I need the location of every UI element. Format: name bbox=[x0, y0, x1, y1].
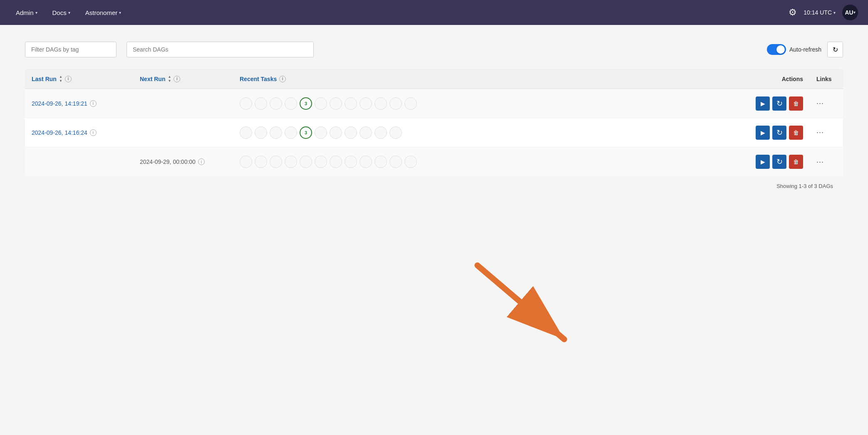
th-recent-tasks: Recent Tasks i bbox=[233, 75, 735, 83]
task-circle[interactable] bbox=[255, 126, 267, 139]
task-circle[interactable] bbox=[345, 156, 357, 168]
task-circles-1: 3 bbox=[240, 97, 417, 110]
links-cell-3: ··· bbox=[810, 158, 843, 166]
th-links: Links bbox=[810, 75, 843, 83]
next-run-sort[interactable]: ▲▼ bbox=[168, 75, 171, 83]
dag-table: Last Run ▲▼ i Next Run ▲▼ i Recent Tasks… bbox=[25, 69, 843, 176]
admin-chevron-icon: ▾ bbox=[35, 10, 37, 15]
next-run-cell-3: 2024-09-29, 00:00:00 i bbox=[133, 158, 233, 165]
action-buttons-2: ▶ ↻ 🗑 bbox=[735, 126, 810, 140]
task-circle[interactable] bbox=[404, 97, 417, 110]
task-circle[interactable] bbox=[330, 97, 342, 110]
play-button-1[interactable]: ▶ bbox=[756, 96, 770, 111]
task-circle[interactable] bbox=[345, 97, 357, 110]
task-circle[interactable] bbox=[330, 126, 342, 139]
th-next-run: Next Run ▲▼ i bbox=[133, 75, 233, 83]
nav-docs-label: Docs bbox=[52, 9, 67, 16]
next-run-header-label: Next Run bbox=[140, 76, 165, 82]
avatar[interactable]: AU ▾ bbox=[842, 5, 858, 20]
task-circle[interactable] bbox=[360, 156, 372, 168]
more-button-2[interactable]: ··· bbox=[816, 128, 824, 137]
task-circle[interactable] bbox=[270, 97, 282, 110]
last-run-info-icon[interactable]: i bbox=[65, 76, 72, 82]
last-run-header-label: Last Run bbox=[32, 76, 57, 82]
last-run-date-1: 2024-09-26, 14:19:21 bbox=[32, 100, 87, 107]
nav-item-astronomer[interactable]: Astronomer ▾ bbox=[79, 6, 127, 20]
auto-refresh-toggle[interactable] bbox=[767, 44, 786, 55]
recent-tasks-cell-3 bbox=[233, 156, 735, 168]
delete-button-2[interactable]: 🗑 bbox=[789, 126, 803, 140]
next-run-date-3: 2024-09-29, 00:00:00 bbox=[140, 158, 196, 165]
task-circle[interactable] bbox=[389, 126, 402, 139]
replay-button-3[interactable]: ↻ bbox=[772, 155, 786, 169]
filter-dags-input[interactable] bbox=[25, 42, 117, 57]
task-circle[interactable] bbox=[389, 97, 402, 110]
recent-tasks-header-label: Recent Tasks bbox=[240, 76, 277, 82]
task-circle[interactable] bbox=[240, 126, 252, 139]
task-circle[interactable] bbox=[330, 156, 342, 168]
nav-astronomer-label: Astronomer bbox=[85, 9, 118, 16]
more-button-3[interactable]: ··· bbox=[816, 158, 824, 166]
avatar-initials: AU bbox=[845, 9, 853, 16]
task-circle-highlighted[interactable]: 3 bbox=[300, 97, 312, 110]
task-circle[interactable] bbox=[285, 126, 297, 139]
recent-tasks-info-icon[interactable]: i bbox=[279, 76, 286, 82]
navbar: Admin ▾ Docs ▾ Astronomer ▾ ⚙ 10:14 UTC … bbox=[0, 0, 868, 25]
task-circle[interactable] bbox=[315, 97, 327, 110]
play-button-2[interactable]: ▶ bbox=[756, 126, 770, 140]
links-cell-2: ··· bbox=[810, 128, 843, 137]
last-run-cell-2: 2024-09-26, 14:16:24 i bbox=[25, 129, 133, 136]
avatar-chevron-icon: ▾ bbox=[853, 10, 856, 15]
task-circle[interactable] bbox=[315, 126, 327, 139]
table-row: 2024-09-26, 14:16:24 i 3 bbox=[25, 118, 843, 147]
delete-button-1[interactable]: 🗑 bbox=[789, 96, 803, 111]
nav-item-admin[interactable]: Admin ▾ bbox=[10, 6, 43, 20]
task-circles-3 bbox=[240, 156, 417, 168]
task-circle[interactable] bbox=[285, 97, 297, 110]
last-run-info-2[interactable]: i bbox=[90, 129, 97, 136]
refresh-button[interactable]: ↻ bbox=[827, 42, 843, 57]
task-circle[interactable] bbox=[360, 126, 372, 139]
nav-left: Admin ▾ Docs ▾ Astronomer ▾ bbox=[10, 6, 127, 20]
task-circle[interactable] bbox=[255, 97, 267, 110]
task-circle[interactable] bbox=[374, 126, 387, 139]
task-circle[interactable] bbox=[270, 126, 282, 139]
last-run-sort[interactable]: ▲▼ bbox=[59, 75, 62, 83]
table-header: Last Run ▲▼ i Next Run ▲▼ i Recent Tasks… bbox=[25, 69, 843, 89]
delete-button-3[interactable]: 🗑 bbox=[789, 155, 803, 169]
nav-item-docs[interactable]: Docs ▾ bbox=[47, 6, 76, 20]
next-run-info-icon[interactable]: i bbox=[174, 76, 180, 82]
task-circle[interactable] bbox=[270, 156, 282, 168]
th-actions: Actions bbox=[735, 75, 810, 83]
play-button-3[interactable]: ▶ bbox=[756, 155, 770, 169]
search-dags-input[interactable] bbox=[126, 42, 314, 57]
gear-icon[interactable]: ⚙ bbox=[789, 7, 797, 18]
last-run-info-1[interactable]: i bbox=[90, 100, 97, 107]
task-circle[interactable] bbox=[315, 156, 327, 168]
task-circle[interactable] bbox=[374, 97, 387, 110]
replay-button-1[interactable]: ↻ bbox=[772, 96, 786, 111]
task-circle[interactable] bbox=[374, 156, 387, 168]
next-run-info-3[interactable]: i bbox=[198, 158, 205, 165]
task-circle[interactable] bbox=[300, 156, 312, 168]
task-circle[interactable] bbox=[240, 97, 252, 110]
task-circle[interactable] bbox=[285, 156, 297, 168]
nav-admin-label: Admin bbox=[16, 9, 34, 16]
table-row: 2024-09-29, 00:00:00 i bbox=[25, 147, 843, 176]
task-circle-highlighted[interactable]: 3 bbox=[300, 126, 312, 139]
dag-count-label: Showing 1-3 of 3 DAGs bbox=[776, 183, 833, 189]
task-circle[interactable] bbox=[360, 97, 372, 110]
task-circle[interactable] bbox=[389, 156, 402, 168]
replay-button-2[interactable]: ↻ bbox=[772, 126, 786, 140]
recent-tasks-cell-2: 3 bbox=[233, 126, 735, 139]
task-circle[interactable] bbox=[240, 156, 252, 168]
task-circle[interactable] bbox=[345, 126, 357, 139]
docs-chevron-icon: ▾ bbox=[68, 10, 70, 15]
task-circle[interactable] bbox=[255, 156, 267, 168]
links-cell-1: ··· bbox=[810, 99, 843, 108]
time-display[interactable]: 10:14 UTC ▾ bbox=[804, 9, 836, 16]
task-circle[interactable] bbox=[404, 156, 417, 168]
last-run-cell-1: 2024-09-26, 14:19:21 i bbox=[25, 100, 133, 107]
more-button-1[interactable]: ··· bbox=[816, 99, 824, 108]
main-content: Auto-refresh ↻ Last Run ▲▼ i Next Run bbox=[0, 25, 868, 204]
